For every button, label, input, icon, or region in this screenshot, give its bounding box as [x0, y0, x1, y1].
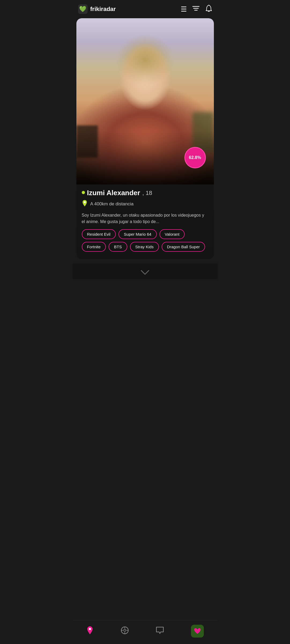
tag-super-mario[interactable]: Super Mario 64 — [118, 229, 157, 239]
profile-photo: 62.8% — [76, 18, 214, 184]
filter-icon[interactable] — [192, 6, 199, 13]
bottom-spacer — [73, 279, 218, 301]
match-percent-text: 62.8% — [189, 155, 201, 160]
header-actions: ☰ — [181, 5, 212, 14]
location-row: A 400km de distancia — [82, 200, 209, 208]
logo-area: 💚 frikiradar — [78, 4, 116, 14]
tag-bts[interactable]: BTS — [109, 242, 127, 252]
list-icon[interactable]: ☰ — [181, 5, 187, 13]
user-name: Izumi Alexander — [87, 189, 140, 197]
header: 💚 frikiradar ☰ — [73, 0, 218, 18]
online-indicator — [82, 191, 85, 194]
chevron-section — [73, 264, 218, 279]
match-badge: 62.8% — [184, 147, 206, 168]
svg-point-3 — [84, 201, 85, 203]
tag-valorant[interactable]: Valorant — [159, 229, 185, 239]
profile-card: 62.8% Izumi Alexander , 18 A 400km de di… — [76, 18, 214, 259]
app-name: frikiradar — [90, 6, 116, 13]
tag-resident-evil[interactable]: Resident Evil — [82, 229, 116, 239]
bell-icon[interactable] — [205, 5, 212, 14]
location-pin-icon — [82, 200, 88, 208]
logo-heart-icon: 💚 — [79, 6, 86, 13]
bio-text: Soy Izumi Alexander, un otaku apasionado… — [82, 212, 209, 225]
tags-container: Resident Evil Super Mario 64 Valorant Fo… — [82, 229, 209, 252]
logo-icon: 💚 — [78, 4, 88, 14]
card-info: Izumi Alexander , 18 A 400km de distanci… — [76, 184, 214, 259]
location-text: A 400km de distancia — [90, 201, 134, 207]
chevron-down-icon[interactable] — [141, 269, 149, 276]
user-name-row: Izumi Alexander , 18 — [82, 189, 209, 197]
tag-dragon-ball[interactable]: Dragon Ball Super — [162, 242, 205, 252]
tag-fortnite[interactable]: Fortnite — [82, 242, 106, 252]
user-age: , 18 — [142, 190, 152, 197]
tag-stray-kids[interactable]: Stray Kids — [130, 242, 159, 252]
